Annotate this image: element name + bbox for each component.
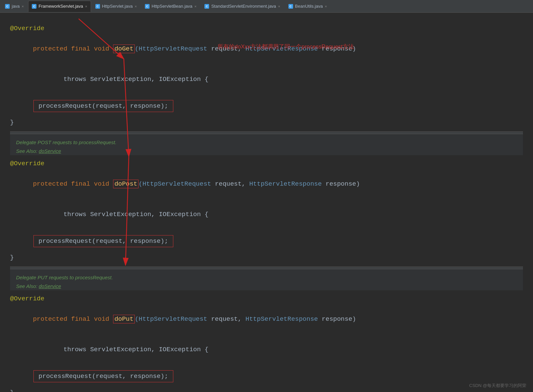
dopost-signature: protected final void doPost(HttpServletR… xyxy=(10,169,523,199)
section-divider-2 xyxy=(10,267,523,269)
tab-standardservletenvironment[interactable]: C StandardServletEnvironment.java × xyxy=(201,1,284,12)
doget-annotation: @Override xyxy=(10,23,523,33)
dopost-comment: Delegate POST requests to processRequest… xyxy=(10,134,523,155)
doput-param1-name: request, xyxy=(207,315,246,323)
doput-comment: Delegate PUT requests to processRequest.… xyxy=(10,269,523,290)
tab-java-label: java xyxy=(12,4,20,9)
watermark: CSDN @每天都要学习的阿荣 xyxy=(469,383,526,389)
dopost-ex2: IOException xyxy=(159,211,201,218)
dopost-close-brace: } xyxy=(10,253,523,263)
tab-beanutils-close[interactable]: × xyxy=(325,4,327,8)
tab-httpservletbean[interactable]: C HttpServletBean.java × xyxy=(141,1,200,12)
dopost-see-also-link: doService xyxy=(39,148,61,154)
tab-java-icon: C xyxy=(5,4,10,9)
doget-open-brace: { xyxy=(201,76,208,83)
tab-httpservlet-label: HttpServlet.java xyxy=(102,4,133,9)
doput-method-name: doPut xyxy=(113,315,135,323)
doput-comment-line2: See Also: doService xyxy=(16,282,517,291)
doput-ex1: ServletException xyxy=(90,346,151,353)
tab-beanutils-label: BeanUtils.java xyxy=(295,4,323,9)
tab-httpservletbean-label: HttpServletBean.java xyxy=(152,4,192,9)
doput-keyword: protected final void xyxy=(33,315,113,323)
doget-ex2: IOException xyxy=(159,76,201,83)
doput-see-also-link: doService xyxy=(39,283,61,289)
doget-method-name: doGet xyxy=(113,44,135,53)
doput-open-brace: { xyxy=(201,346,208,353)
doput-see-also-label: See Also: xyxy=(16,283,39,289)
doget-ex1: ServletException xyxy=(90,76,151,83)
doget-throws-text: throws xyxy=(33,76,90,83)
tab-java-close[interactable]: × xyxy=(22,4,24,8)
doput-comment-line1: Delegate PUT requests to processRequest. xyxy=(16,273,517,282)
dopost-param1-name: request, xyxy=(211,180,249,188)
doput-param2-name: response) xyxy=(318,315,356,323)
dopost-comma: , xyxy=(151,211,159,218)
dopost-ex1: ServletException xyxy=(90,211,151,218)
tab-java[interactable]: C java × xyxy=(1,1,27,12)
tab-standardservletenvironment-icon: C xyxy=(204,4,209,9)
doput-throws: throws ServletException, IOException { xyxy=(10,334,523,365)
tab-frameworkservlet-close[interactable]: × xyxy=(85,4,87,8)
tab-httpservletbean-icon: C xyxy=(145,4,150,9)
tab-standardservletenvironment-close[interactable]: × xyxy=(278,4,280,8)
tab-httpservletbean-close[interactable]: × xyxy=(194,4,196,8)
doget-red-annotation: 所有的doXxx方法都调用了同一个processRequest方法 xyxy=(217,43,354,51)
dopost-keyword: protected final void xyxy=(33,180,113,188)
doput-param1-type: (HttpServletRequest xyxy=(135,315,207,323)
tab-httpservlet[interactable]: C HttpServlet.java × xyxy=(92,1,141,12)
doput-process-box: processRequest(request, response); xyxy=(33,370,173,382)
tab-beanutils-icon: C xyxy=(288,4,293,9)
doget-keyword: protected final void xyxy=(33,45,113,53)
doget-section: @Override protected final void doGet(Htt… xyxy=(10,19,523,131)
doput-comma: , xyxy=(151,346,159,353)
dopost-throws-text: throws xyxy=(33,211,90,218)
doget-comma: , xyxy=(151,76,159,83)
dopost-open-brace: { xyxy=(201,211,208,218)
tab-httpservlet-icon: C xyxy=(95,4,100,9)
doput-param2-type: HttpServletResponse xyxy=(246,315,318,323)
dopost-annotation: @Override xyxy=(10,159,523,169)
doput-ex2: IOException xyxy=(159,346,201,353)
doget-throws: throws ServletException, IOException { xyxy=(10,64,523,95)
tab-standardservletenvironment-label: StandardServletEnvironment.java xyxy=(211,4,276,9)
doput-signature: protected final void doPut(HttpServletRe… xyxy=(10,304,523,334)
doput-annotation: @Override xyxy=(10,294,523,304)
dopost-param2-name: response) xyxy=(322,180,360,188)
doput-section: @Override protected final void doPut(Htt… xyxy=(10,290,523,392)
dopost-see-also-label: See Also: xyxy=(16,148,39,154)
dopost-section: @Override protected final void doPost(Ht… xyxy=(10,155,523,267)
dopost-throws: throws ServletException, IOException { xyxy=(10,199,523,230)
dopost-comment-line1: Delegate POST requests to processRequest… xyxy=(16,138,517,147)
dopost-process-box: processRequest(request, response); xyxy=(33,235,173,247)
doput-throws-text: throws xyxy=(33,346,90,353)
dopost-param2-type: HttpServletResponse xyxy=(249,180,322,188)
tab-frameworkservlet-label: FrameworkServlet.java xyxy=(38,4,83,9)
tab-bar: C java × C FrameworkServlet.java × C Htt… xyxy=(0,0,533,13)
doput-close-brace: } xyxy=(10,388,523,392)
tab-frameworkservlet[interactable]: C FrameworkServlet.java × xyxy=(28,1,91,12)
dopost-method-name: doPost xyxy=(113,180,139,188)
doget-close-brace: } xyxy=(10,117,523,127)
tab-frameworkservlet-icon: C xyxy=(32,4,36,9)
tab-httpservlet-close[interactable]: × xyxy=(135,4,137,8)
doget-process-box: processRequest(request, response); xyxy=(33,100,173,112)
dopost-comment-line2: See Also: doService xyxy=(16,147,517,156)
section-divider-1 xyxy=(10,131,523,134)
doget-param1-type: (HttpServletRequest xyxy=(135,45,207,53)
dopost-param1-type: (HttpServletRequest xyxy=(139,180,211,188)
main-content: @Override protected final void doGet(Htt… xyxy=(0,13,533,392)
tab-beanutils[interactable]: C BeanUtils.java × xyxy=(285,1,331,12)
